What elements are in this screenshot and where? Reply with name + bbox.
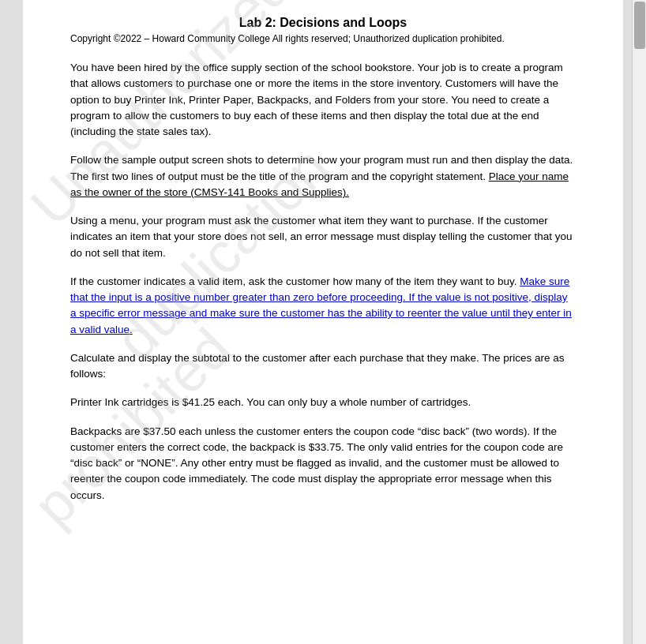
page-container: Unauthorized duplication prohibited Lab …: [23, 0, 623, 644]
paragraph-4: If the customer indicates a valid item, …: [70, 274, 576, 338]
scrollbar[interactable]: [632, 0, 646, 644]
underline-text-2: Make sure that the input is a positive n…: [70, 275, 572, 335]
paragraph-2: Follow the sample output screen shots to…: [70, 152, 576, 200]
page-title: Lab 2: Decisions and Loops: [70, 16, 576, 30]
underline-text-1: Place your name as the owner of the stor…: [70, 170, 569, 198]
paragraph-5: Calculate and display the subtotal to th…: [70, 350, 576, 383]
paragraph-3: Using a menu, your program must ask the …: [70, 213, 576, 261]
paragraph-7: Backpacks are $37.50 each unless the cus…: [70, 424, 576, 504]
copyright-text: Copyright ©2022 – Howard Community Colle…: [70, 33, 576, 44]
paragraph-6: Printer Ink cartridges is $41.25 each. Y…: [70, 395, 576, 410]
paragraph-1: You have been hired by the office supply…: [70, 60, 576, 140]
scrollbar-thumb[interactable]: [634, 2, 645, 49]
